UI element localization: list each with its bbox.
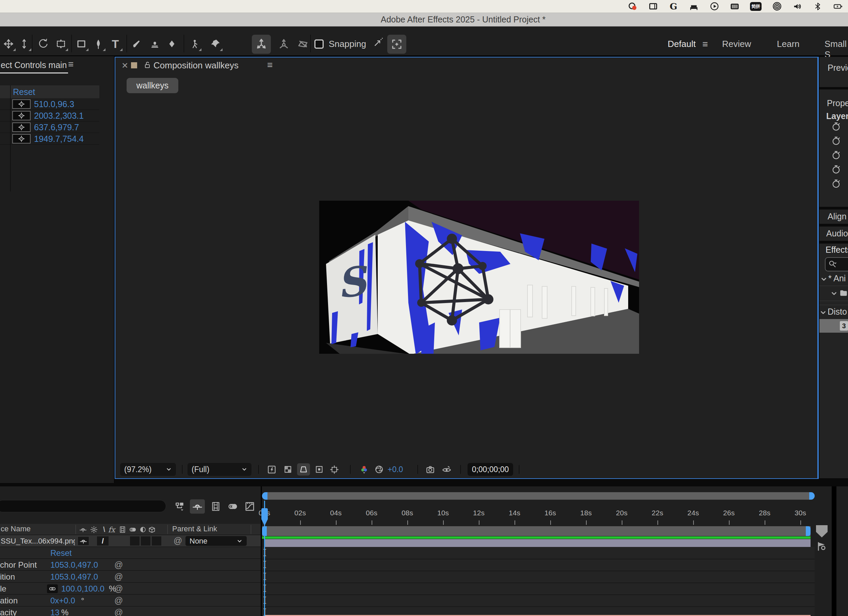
- transform-reset-link[interactable]: Reset: [50, 547, 72, 559]
- timeline-search-input[interactable]: [0, 500, 166, 512]
- ruler-tick-label[interactable]: 24s: [684, 509, 702, 517]
- layer-shy-switch[interactable]: [78, 536, 89, 546]
- transparency-grid-icon[interactable]: [282, 463, 294, 475]
- exposure-value[interactable]: +0.0: [388, 465, 403, 474]
- chevron-down-icon[interactable]: [830, 290, 838, 299]
- comp-label-color-swatch[interactable]: [131, 62, 137, 68]
- battery-icon[interactable]: [833, 2, 843, 11]
- show-snapshot-icon[interactable]: [440, 463, 453, 475]
- point-picker-button[interactable]: [12, 111, 31, 120]
- magnification-dropdown[interactable]: (97.2%): [120, 463, 176, 476]
- scale-row[interactable]: le 100.0,100.0% @: [0, 583, 261, 595]
- parent-pick-whip-icon[interactable]: @: [173, 536, 182, 546]
- ruler-tick-label[interactable]: 20s: [613, 509, 630, 517]
- point-value[interactable]: 637.6,979.7: [34, 123, 79, 132]
- stopwatch-icon[interactable]: [832, 165, 841, 175]
- view-axis-mode-button[interactable]: [294, 35, 312, 54]
- playhead-handle[interactable]: [261, 508, 268, 526]
- stopwatch-icon[interactable]: [832, 151, 841, 161]
- scrollbar-right-handle[interactable]: [809, 492, 815, 500]
- position-row[interactable]: ition 1053.0,497.0 @: [0, 571, 261, 583]
- rotation-row[interactable]: ation 0x+0.0° @: [0, 595, 261, 607]
- pen-tool[interactable]: [90, 36, 106, 52]
- property-value[interactable]: 1053.0,497.0: [50, 571, 98, 583]
- play-circle-icon[interactable]: [709, 2, 719, 11]
- column-divider[interactable]: [76, 525, 76, 534]
- channel-rgb-icon[interactable]: [358, 463, 371, 475]
- volume-icon[interactable]: [792, 2, 802, 11]
- parent-link-column[interactable]: Parent & Link: [172, 524, 217, 533]
- stopwatch-icon[interactable]: [832, 136, 841, 147]
- preview-timecode[interactable]: 0;00;00;00: [467, 463, 513, 476]
- effects-panel-tab[interactable]: Effects: [826, 245, 848, 255]
- hide-shy-layers-icon[interactable]: [190, 499, 205, 514]
- workspace-tab-review[interactable]: Review: [722, 39, 751, 49]
- pick-whip-icon[interactable]: @: [114, 559, 123, 571]
- mini-flowchart-icon[interactable]: [173, 499, 188, 514]
- chevron-down-icon[interactable]: [820, 309, 827, 318]
- rotate-tool[interactable]: [36, 36, 51, 52]
- ruler-tick-label[interactable]: 06s: [363, 509, 381, 517]
- close-tab-icon[interactable]: ✕: [122, 61, 128, 70]
- ruler-tick-label[interactable]: 30s: [792, 509, 809, 517]
- point-picker-button[interactable]: [12, 123, 31, 132]
- point-value[interactable]: 510.0,96.3: [34, 99, 74, 109]
- anchor-point-row[interactable]: chor Point 1053.0,497.0 @: [0, 559, 261, 571]
- layer-quality-switch[interactable]: /: [97, 536, 108, 546]
- barcode-icon[interactable]: [729, 2, 740, 11]
- ruler-tick-label[interactable]: 12s: [470, 509, 488, 517]
- panel-menu-icon[interactable]: ≡: [267, 59, 273, 70]
- layer-motion-blur-switch[interactable]: [130, 536, 139, 546]
- animation-presets-row[interactable]: * Ani: [828, 274, 846, 283]
- local-axis-mode-button[interactable]: [252, 35, 271, 54]
- stopwatch-icon[interactable]: [832, 122, 841, 132]
- property-value[interactable]: 1053.0,497.0: [50, 559, 98, 571]
- property-value[interactable]: 13: [50, 607, 59, 616]
- region-of-interest-icon[interactable]: [313, 463, 326, 475]
- rectangle-tool[interactable]: [74, 36, 89, 52]
- snapping-checkbox[interactable]: [314, 40, 324, 49]
- column-divider[interactable]: [251, 525, 251, 534]
- ruler-tick-label[interactable]: 14s: [506, 509, 523, 517]
- selection-tool[interactable]: [1, 36, 16, 52]
- ruler-tick-label[interactable]: 02s: [291, 509, 309, 517]
- ruler-tick-label[interactable]: 16s: [541, 509, 559, 517]
- hand-zoom-tool[interactable]: [16, 36, 32, 52]
- pinyin-input-icon[interactable]: 简拼: [750, 2, 762, 11]
- layer-row[interactable]: SSU_Tex...06x994.png / @ None: [0, 535, 261, 547]
- brush-tool[interactable]: [129, 36, 145, 52]
- column-divider[interactable]: [168, 525, 168, 534]
- clone-stamp-tool[interactable]: [147, 36, 163, 52]
- layer-adjustment-switch[interactable]: [141, 536, 150, 546]
- layer-name[interactable]: SSU_Tex...06x994.png: [1, 537, 75, 546]
- snap-options-icon[interactable]: [370, 35, 386, 50]
- pick-whip-icon[interactable]: @: [114, 583, 123, 595]
- pick-whip-icon[interactable]: @: [114, 607, 123, 616]
- ruler-tick-label[interactable]: 26s: [720, 509, 738, 517]
- ruler-tick-label[interactable]: 10s: [434, 509, 452, 517]
- align-panel-tab[interactable]: Align: [827, 212, 847, 221]
- unlock-icon[interactable]: [143, 61, 151, 70]
- display-mirror-icon[interactable]: [648, 2, 658, 11]
- workspace-menu-icon[interactable]: ≡: [702, 39, 708, 50]
- ruler-tick-label[interactable]: 04s: [327, 509, 345, 517]
- motion-blur-icon[interactable]: [225, 499, 240, 514]
- effect-controls-tab[interactable]: ect Controls main: [1, 60, 67, 70]
- bluetooth-icon[interactable]: [812, 2, 823, 11]
- point-picker-button[interactable]: [12, 134, 31, 144]
- link-dimensions-icon[interactable]: [47, 584, 58, 593]
- effect-reset-link[interactable]: Reset: [13, 87, 35, 96]
- scrollbar-left-handle[interactable]: [262, 492, 267, 500]
- mask-visibility-icon[interactable]: [297, 463, 310, 475]
- airdrop-icon[interactable]: [772, 2, 782, 11]
- guides-rulers-icon[interactable]: [328, 463, 341, 475]
- pick-whip-icon[interactable]: @: [114, 571, 123, 583]
- g-app-icon[interactable]: G: [668, 2, 679, 11]
- selected-effect-row[interactable]: 3: [820, 319, 848, 333]
- layer-duration-bar[interactable]: [265, 539, 811, 547]
- ruler-tick-label[interactable]: 18s: [577, 509, 595, 517]
- chevron-down-icon[interactable]: [820, 275, 827, 284]
- frame-blending-icon[interactable]: [208, 499, 223, 514]
- stopwatch-icon[interactable]: [832, 179, 841, 190]
- pick-whip-icon[interactable]: @: [114, 595, 123, 607]
